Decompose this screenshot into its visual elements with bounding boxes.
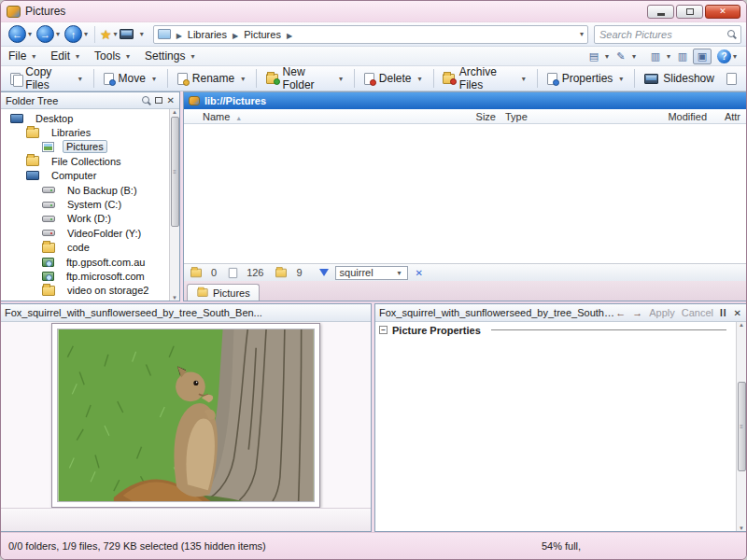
- column-size[interactable]: Size: [444, 111, 501, 122]
- slideshow-button[interactable]: Slideshow: [639, 68, 720, 89]
- help-icon[interactable]: ?: [717, 49, 731, 63]
- sidebar-item-drive-d[interactable]: Work (D:): [1, 212, 169, 226]
- view-mode-button[interactable]: ▤: [585, 49, 603, 64]
- close-button[interactable]: ✕: [705, 5, 740, 19]
- chevron-down-icon[interactable]: ▾: [138, 30, 146, 38]
- breadcrumb-item-libraries[interactable]: Libraries: [188, 29, 227, 40]
- chevron-down-icon[interactable]: ▾: [580, 30, 584, 38]
- scroll-up-icon[interactable]: ▲: [739, 322, 744, 328]
- breadcrumb-item-pictures[interactable]: Pictures: [244, 29, 281, 40]
- close-panel-icon[interactable]: ✕: [734, 308, 742, 318]
- clear-filter-icon[interactable]: ✕: [416, 268, 423, 278]
- breadcrumb[interactable]: ▶Libraries▶Pictures▶ ▾: [153, 25, 588, 44]
- title-bar[interactable]: Pictures ✕: [1, 1, 746, 21]
- search-input[interactable]: Search Pictures: [594, 25, 741, 44]
- cancel-button[interactable]: Cancel: [682, 307, 713, 318]
- delete-button[interactable]: Delete▾: [359, 68, 430, 89]
- chevron-down-icon[interactable]: ▾: [617, 75, 625, 83]
- dual-pane-button[interactable]: ▥: [673, 49, 692, 64]
- sidebar-item-code[interactable]: code: [1, 241, 169, 255]
- chevron-down-icon[interactable]: ▾: [82, 30, 90, 38]
- move-button[interactable]: Move▾: [98, 68, 163, 89]
- column-name[interactable]: Name▲: [203, 111, 444, 122]
- status-left: 0/0 folders, 1/9 files, 729 KB selected …: [8, 540, 266, 552]
- chevron-down-icon[interactable]: ▾: [416, 75, 423, 83]
- back-icon[interactable]: ←: [8, 25, 26, 43]
- network-icon[interactable]: [120, 29, 134, 39]
- picture-properties-section[interactable]: − Picture Properties: [375, 322, 736, 338]
- copy-files-button[interactable]: Copy Files▾: [5, 68, 90, 89]
- rename-button[interactable]: Rename▾: [172, 68, 252, 89]
- sidebar-item-drive-c[interactable]: System (C:): [1, 197, 169, 211]
- chevron-down-icon[interactable]: ▾: [54, 30, 62, 38]
- column-type[interactable]: Type: [501, 111, 578, 122]
- customize-toolbar-button[interactable]: [720, 69, 742, 88]
- forward-icon[interactable]: →: [36, 25, 54, 43]
- props-scrollbar[interactable]: ▲ ≡ ▼: [736, 322, 746, 531]
- chevron-down-icon[interactable]: ▾: [77, 75, 84, 83]
- preview-pane-button[interactable]: ▣: [693, 49, 712, 64]
- folder-icon: [42, 286, 55, 296]
- delete-icon: [364, 73, 374, 85]
- scroll-thumb[interactable]: ≡: [738, 382, 746, 471]
- menu-settings[interactable]: Settings▾: [145, 49, 196, 63]
- menu-file[interactable]: File▾: [8, 49, 37, 63]
- archive-files-button[interactable]: Archive Files▾: [437, 68, 532, 89]
- next-file-icon[interactable]: →: [632, 307, 642, 318]
- scroll-up-icon[interactable]: ▲: [172, 109, 177, 115]
- new-folder-button[interactable]: New Folder▾: [261, 68, 350, 89]
- column-modified[interactable]: Modified: [578, 111, 707, 122]
- chevron-down-icon[interactable]: ▾: [665, 52, 672, 61]
- column-attr[interactable]: Attr: [707, 111, 746, 122]
- menu-tools[interactable]: Tools▾: [94, 49, 132, 63]
- sidebar-item-video-storage[interactable]: video on storage2: [1, 284, 169, 298]
- sidebar-item-drive-b[interactable]: No Backup (B:): [1, 183, 169, 197]
- toolbar-separator: [354, 69, 355, 88]
- sidebar-item-file-collections[interactable]: File Collections: [1, 154, 169, 168]
- path-header[interactable]: lib://Pictures: [184, 92, 746, 109]
- monitor-icon: [26, 171, 39, 180]
- folder-tree-panel: Folder Tree ✕ DesktopLibrariesPicturesFi…: [1, 91, 180, 301]
- tab-pictures[interactable]: Pictures: [187, 284, 260, 301]
- chevron-down-icon[interactable]: ▾: [112, 30, 120, 38]
- chevron-down-icon[interactable]: ▾: [630, 52, 638, 61]
- viewer-canvas[interactable]: [1, 322, 371, 508]
- close-tree-icon[interactable]: ✕: [167, 95, 175, 105]
- menu-edit[interactable]: Edit▾: [50, 49, 81, 63]
- chevron-down-icon[interactable]: ▾: [239, 75, 247, 83]
- chevron-down-icon[interactable]: ▾: [26, 30, 34, 38]
- prev-file-icon[interactable]: ←: [615, 307, 626, 318]
- chevron-down-icon[interactable]: ▾: [520, 75, 528, 83]
- chevron-down-icon[interactable]: ▾: [603, 52, 611, 61]
- sidebar-item-ftp-microsoft[interactable]: ftp.microsoft.com: [1, 269, 169, 283]
- sidebar-item-drive-y[interactable]: VideoFolder (Y:): [1, 226, 169, 240]
- chevron-down-icon[interactable]: ▾: [731, 52, 739, 61]
- sidebar-item-pictures[interactable]: Pictures: [1, 140, 169, 154]
- menu-label: Settings: [145, 49, 185, 63]
- chevron-down-icon[interactable]: ▾: [150, 75, 158, 83]
- properties-button[interactable]: Properties▾: [542, 68, 631, 89]
- apply-button[interactable]: Apply: [649, 307, 675, 318]
- maximize-button[interactable]: [676, 5, 703, 19]
- pause-icon[interactable]: II: [720, 308, 727, 318]
- undock-icon[interactable]: [155, 97, 162, 104]
- chevron-down-icon[interactable]: ▾: [337, 75, 345, 83]
- inline-rename-button[interactable]: ✎: [612, 49, 630, 64]
- filter-combo[interactable]: squirrel ▾: [335, 266, 408, 280]
- up-icon[interactable]: ↑: [64, 25, 82, 43]
- tree-scrollbar[interactable]: ▲ ≡ ▼: [169, 109, 179, 301]
- find-folder-icon[interactable]: [142, 96, 150, 105]
- sidebar-item-libraries[interactable]: Libraries: [1, 125, 169, 139]
- sidebar-item-desktop[interactable]: Desktop: [1, 111, 169, 125]
- collapse-icon[interactable]: −: [379, 326, 388, 334]
- scroll-down-icon[interactable]: ▼: [172, 295, 177, 301]
- sidebar-item-computer[interactable]: Computer: [1, 169, 169, 183]
- squirrel-photo: [57, 329, 315, 502]
- favorites-icon[interactable]: ★: [100, 27, 112, 42]
- tree-item-label: Computer: [48, 169, 100, 182]
- layout-button[interactable]: ▥: [646, 49, 665, 64]
- sidebar-item-ftp-gpsoft[interactable]: ftp.gpsoft.com.au: [1, 255, 169, 269]
- minimize-button[interactable]: [647, 5, 674, 19]
- scroll-down-icon[interactable]: ▼: [739, 525, 744, 531]
- scroll-thumb[interactable]: ≡: [171, 117, 179, 227]
